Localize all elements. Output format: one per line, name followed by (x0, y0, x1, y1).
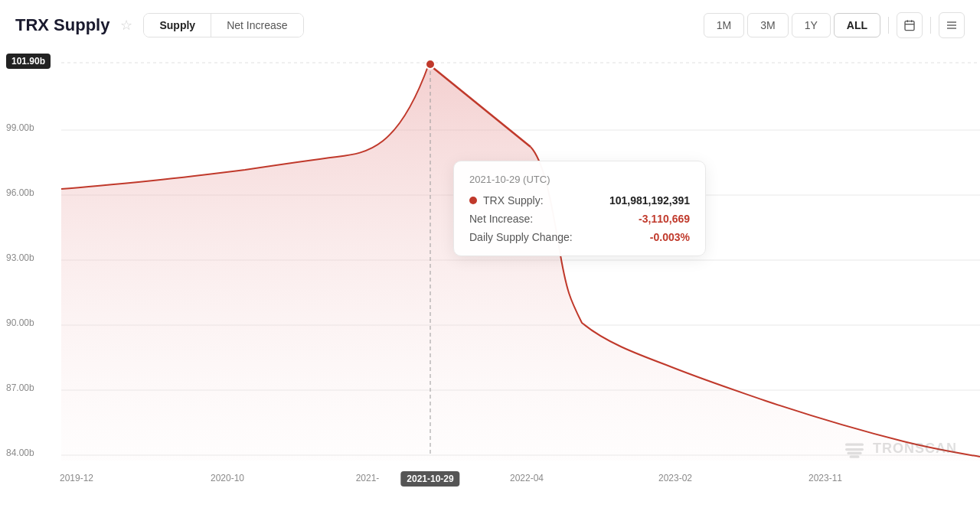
chart-header: TRX Supply ☆ Supply Net Increase 1M 3M 1… (0, 0, 980, 47)
header-divider2 (930, 17, 931, 34)
tooltip-supply-label: TRX Supply: (469, 194, 544, 207)
chart-tooltip: 2021-10-29 (UTC) TRX Supply: 101,981,192… (453, 161, 706, 256)
period-3m-button[interactable]: 3M (747, 13, 788, 37)
tooltip-daily-change-row: Daily Supply Change: -0.003% (469, 231, 690, 243)
x-label-2019-12: 2019-12 (60, 473, 93, 483)
tooltip-daily-change-value: -0.003% (650, 231, 690, 243)
x-label-2021: 2021- (356, 473, 380, 483)
svg-rect-17 (845, 444, 864, 446)
chart-svg (0, 47, 980, 476)
tooltip-supply-value: 101,981,192,391 (609, 194, 690, 207)
menu-icon[interactable] (939, 12, 965, 38)
calendar-icon[interactable] (897, 12, 923, 38)
x-label-2023-02: 2023-02 (658, 473, 692, 483)
tronscan-text: TRONSCAN (873, 441, 957, 457)
tab-net-increase[interactable]: Net Increase (211, 14, 302, 37)
svg-rect-16 (845, 448, 864, 451)
svg-rect-0 (905, 21, 914, 31)
tooltip-net-increase-value: -3,110,669 (639, 213, 690, 225)
page-container: TRX Supply ☆ Supply Net Increase 1M 3M 1… (0, 0, 980, 524)
chart-area: 101.90b 99.00b 96.00b 93.00b 90.00b 87.0… (0, 47, 980, 491)
page-title: TRX Supply (15, 15, 109, 35)
supply-dot (469, 197, 477, 204)
x-label-2020-10: 2020-10 (211, 473, 244, 483)
svg-rect-19 (850, 456, 860, 458)
tooltip-net-increase-row: Net Increase: -3,110,669 (469, 213, 690, 225)
tooltip-net-increase-label: Net Increase: (469, 213, 533, 225)
peak-dot (426, 60, 435, 69)
tooltip-date: 2021-10-29 (UTC) (469, 174, 690, 185)
favorite-icon[interactable]: ☆ (120, 17, 132, 34)
period-1m-button[interactable]: 1M (704, 13, 744, 37)
period-all-button[interactable]: ALL (834, 13, 880, 37)
x-label-2022-04: 2022-04 (510, 473, 544, 483)
tab-supply[interactable]: Supply (144, 14, 211, 37)
svg-rect-18 (847, 452, 861, 454)
tooltip-supply-row: TRX Supply: 101,981,192,391 (469, 194, 690, 207)
x-label-2023-11: 2023-11 (808, 473, 842, 483)
header-right: 1M 3M 1Y ALL (704, 12, 965, 38)
header-divider (888, 17, 889, 34)
x-label-highlight: 2021-10-29 (400, 471, 459, 487)
tooltip-daily-change-label: Daily Supply Change: (469, 231, 573, 243)
header-left: TRX Supply ☆ Supply Net Increase (15, 13, 304, 37)
period-1y-button[interactable]: 1Y (792, 13, 831, 37)
tab-group: Supply Net Increase (143, 13, 303, 37)
tronscan-watermark: TRONSCAN (842, 436, 957, 461)
